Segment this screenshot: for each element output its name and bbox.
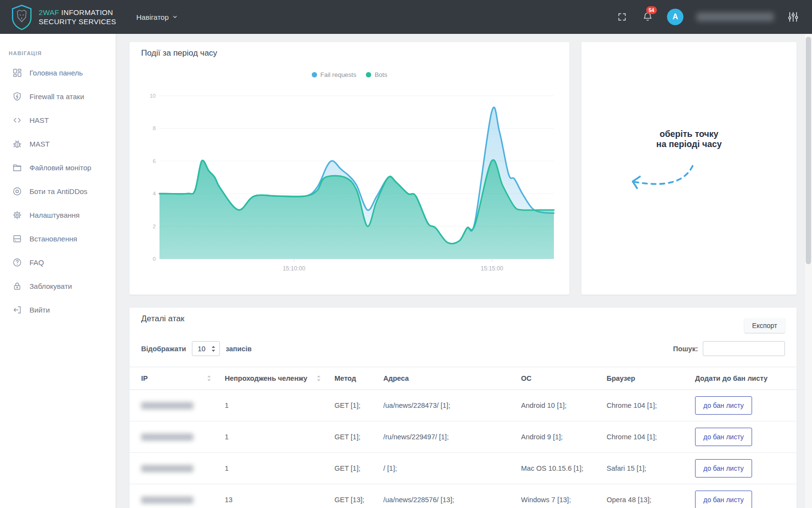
- cell-browser: Chrome 104 [1];: [607, 402, 695, 409]
- cell-method: GET [13];: [334, 496, 383, 504]
- svg-text:15:15:00: 15:15:00: [481, 265, 504, 272]
- install-icon: [12, 234, 22, 244]
- ip-redacted: [141, 433, 193, 441]
- cell-ip: [141, 465, 225, 472]
- notifications-bell-icon[interactable]: 54: [641, 11, 654, 23]
- svg-text:10: 10: [150, 93, 156, 99]
- sidebar-item-7[interactable]: Налаштування: [0, 203, 116, 227]
- table-row-3: 1GET [1];/ [1];Mac OS 10.15.6 [1];Safari…: [130, 453, 797, 484]
- ip-redacted: [141, 402, 193, 409]
- column-header-4: Адреса: [383, 374, 521, 382]
- column-label: IP: [141, 374, 148, 382]
- app-header: 2WAF INFORMATION SECURITY SERVICES Навіг…: [0, 0, 812, 34]
- scrollbar-thumb[interactable]: [806, 37, 811, 264]
- cell-ip: [141, 433, 225, 441]
- cell-ip: [141, 496, 225, 504]
- select-point-hint: оберіть точку на періоді часу: [581, 129, 797, 149]
- add-to-ban-list-button[interactable]: до бан листу: [695, 491, 752, 508]
- attack-details-card: Деталі атак Експорт Відображати 10 запис…: [130, 308, 797, 508]
- sidebar-item-6[interactable]: Боти та AntiDDos: [0, 179, 116, 203]
- sidebar-item-label: Заблокувати: [29, 282, 72, 290]
- column-label: Непроходжень челенжу: [225, 374, 307, 382]
- sidebar-item-2[interactable]: Firewall та атаки: [0, 85, 116, 108]
- column-header-1[interactable]: IP: [141, 374, 225, 382]
- svg-text:15:10:00: 15:10:00: [283, 265, 305, 272]
- table-row-1: 1GET [1];/ua/news/228473/ [1];Android 10…: [130, 390, 797, 421]
- bug-icon: [12, 139, 22, 149]
- sidebar-item-label: HAST: [29, 116, 49, 124]
- gear-icon: [12, 210, 22, 221]
- sidebar-item-label: Вийти: [29, 306, 50, 314]
- sidebar-section-label: НАВІГАЦІЯ: [9, 50, 116, 56]
- legend-item-2[interactable]: Bots: [366, 71, 387, 78]
- sidebar-item-9[interactable]: FAQ: [0, 251, 116, 274]
- avatar[interactable]: A: [667, 9, 683, 25]
- cell-os: Android 9 [1];: [521, 433, 607, 441]
- chevron-down-icon: [172, 14, 178, 20]
- sidebar-nav: Головна панельFirewall та атакиHASTMASTФ…: [0, 61, 116, 322]
- records-label: записів: [226, 345, 252, 353]
- add-to-ban-list-button[interactable]: до бан листу: [695, 459, 752, 478]
- ip-redacted: [141, 496, 193, 504]
- eye-icon: [12, 186, 22, 197]
- add-to-ban-list-button[interactable]: до бан листу: [695, 428, 752, 446]
- show-label: Відображати: [141, 345, 186, 353]
- svg-text:4: 4: [153, 191, 156, 196]
- sidebar: НАВІГАЦІЯ Головна панельFirewall та атак…: [0, 34, 116, 508]
- cell-os: Android 10 [1];: [521, 402, 607, 409]
- sort-icon: [317, 375, 321, 382]
- table-row-2: 1GET [1];/ru/news/229497/ [1];Android 9 …: [130, 421, 797, 453]
- sidebar-item-10[interactable]: Заблокувати: [0, 274, 116, 298]
- logo-shield-icon[interactable]: [11, 4, 33, 30]
- cell-browser: Opera 48 [13];: [607, 496, 695, 504]
- column-label: Додати до бан листу: [695, 374, 768, 382]
- attacks-table: IPНепроходжень челенжуМетодАдресаОСБрауз…: [130, 367, 797, 508]
- sidebar-item-4[interactable]: MAST: [0, 132, 116, 156]
- sidebar-item-label: Firewall та атаки: [29, 92, 84, 101]
- sidebar-item-8[interactable]: Встановлення: [0, 227, 116, 251]
- sidebar-item-label: Налаштування: [29, 211, 80, 219]
- cell-browser: Chrome 104 [1];: [607, 433, 695, 441]
- column-header-7: Додати до бан листу: [695, 374, 785, 382]
- code-icon: [12, 115, 22, 126]
- cell-address: / [1];: [383, 464, 521, 472]
- cell-os: Windows 7 [13];: [521, 496, 607, 504]
- sliders-settings-icon[interactable]: [787, 11, 799, 23]
- logout-icon: [12, 305, 22, 315]
- page-scrollbar[interactable]: [804, 34, 812, 508]
- column-label: Браузер: [607, 374, 635, 382]
- navigator-dropdown[interactable]: Навігатор: [136, 0, 178, 34]
- cell-challenges: 1: [225, 464, 334, 472]
- table-header-row: IPНепроходжень челенжуМетодАдресаОСБрауз…: [130, 367, 797, 390]
- sidebar-item-1[interactable]: Головна панель: [0, 61, 116, 85]
- table-row-4: 13GET [13];/ua/news/228576/ [13];Windows…: [130, 484, 797, 508]
- search-input[interactable]: [703, 341, 785, 356]
- sidebar-item-5[interactable]: Файловий монітор: [0, 156, 116, 179]
- cell-address: /ua/news/228473/ [1];: [383, 402, 521, 409]
- sidebar-item-3[interactable]: HAST: [0, 108, 116, 132]
- cell-address: /ua/news/228576/ [13];: [383, 496, 521, 504]
- export-button[interactable]: Експорт: [744, 318, 785, 333]
- page-size-select[interactable]: 10: [192, 341, 220, 356]
- legend-dot: [312, 72, 317, 77]
- sidebar-item-label: Боти та AntiDDos: [29, 187, 87, 195]
- add-to-ban-list-button[interactable]: до бан листу: [695, 396, 752, 415]
- legend-dot: [366, 72, 371, 77]
- user-name-redacted: [696, 13, 774, 21]
- column-header-3: Метод: [334, 374, 383, 382]
- dashed-arrow-icon: [626, 163, 698, 193]
- ip-redacted: [141, 465, 193, 472]
- sidebar-item-label: MAST: [29, 140, 50, 148]
- column-header-6: Браузер: [607, 374, 695, 382]
- search-label: Пошук:: [673, 345, 698, 353]
- column-header-2[interactable]: Непроходжень челенжу: [225, 374, 334, 382]
- cell-challenges: 1: [225, 402, 334, 409]
- legend-item-1[interactable]: Fail requests: [312, 71, 356, 78]
- column-header-5: ОС: [521, 374, 607, 382]
- events-area-chart[interactable]: 024681015:10:0015:15:00: [141, 88, 558, 277]
- cell-ip: [141, 402, 225, 409]
- fullscreen-icon[interactable]: [616, 11, 628, 23]
- cell-method: GET [1];: [334, 402, 383, 409]
- attack-details-title: Деталі атак: [141, 314, 184, 324]
- sidebar-item-11[interactable]: Вийти: [0, 298, 116, 322]
